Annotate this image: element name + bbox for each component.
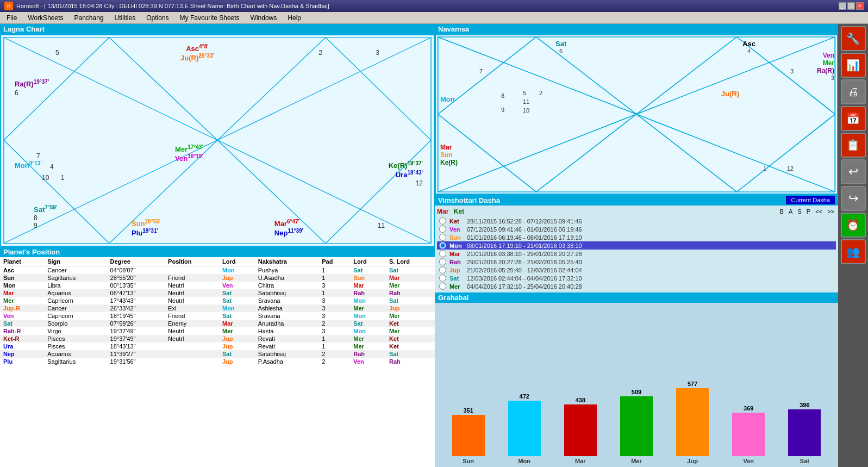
dasha-radio[interactable] (439, 275, 446, 282)
col-lord2: Lord (350, 257, 386, 266)
nav-left-bottom: Mar Sun Ke(R) (440, 144, 458, 166)
lagna-chart: Asc4°8' Ju(R)26°33' 2 3 Ke(R)19°37' Ura1… (0, 34, 435, 247)
menu-help[interactable]: Help (283, 13, 305, 23)
window-controls[interactable]: _ □ ✕ (839, 2, 864, 10)
planet-lord: Sat (219, 350, 255, 358)
menu-utilities[interactable]: Utilities (110, 13, 140, 23)
dasha-radio[interactable] (439, 266, 446, 273)
notes-button[interactable]: 📋 (841, 133, 866, 158)
planet-nakshatra: Sravana (255, 297, 319, 304)
print-button[interactable]: 🖨 (841, 79, 866, 104)
nav-asc: Asc 4 (742, 40, 755, 54)
dasha-radio[interactable] (439, 242, 446, 249)
dasha-nav-buttons[interactable]: B A S P << >> (778, 208, 836, 215)
nav-sat: Sat 6 (555, 40, 566, 54)
dasha-planet: Sun (449, 234, 467, 241)
svg-line-18 (636, 114, 835, 192)
svg-line-16 (636, 37, 835, 114)
dasha-radio[interactable] (439, 234, 446, 241)
house-num-1: 1 (61, 174, 65, 182)
dasha-radio[interactable] (439, 226, 446, 233)
dasha-row[interactable]: Rah 29/01/2016 20:27:28 - 21/02/2016 05:… (437, 258, 836, 266)
menu-panchang[interactable]: Panchang (70, 13, 108, 23)
close-button[interactable]: ✕ (856, 2, 864, 10)
dasha-row[interactable]: Ven 07/12/2015 09:41:46 - 01/01/2016 06:… (437, 225, 836, 233)
dasha-row[interactable]: Mar 21/01/2016 03:38:10 - 29/01/2016 20:… (437, 250, 836, 258)
forward-button[interactable]: ↪ (841, 186, 866, 211)
table-row: Sat Scorpio 07°59'26" Enemy Mar Anuradha… (0, 320, 435, 327)
menu-file[interactable]: File (2, 13, 21, 23)
planets-position-header: Planet's Position (0, 247, 435, 257)
planet-name: Rah-R (0, 327, 44, 335)
dasha-row[interactable]: Sat 12/03/2016 02:44:04 - 04/04/2016 17:… (437, 274, 836, 282)
svg-line-25 (536, 114, 637, 192)
planet-sign: Libra (44, 282, 107, 289)
planet-slord: Jup (386, 304, 435, 312)
settings-button[interactable]: 🔧 (841, 26, 866, 51)
menu-worksheets[interactable]: WorkSheets (23, 13, 67, 23)
planet-lord: Ven (219, 282, 255, 289)
planet-degree: 19°31'56" (107, 358, 165, 365)
calendar-button[interactable]: 📅 (841, 106, 866, 131)
dasha-planet: Mon (449, 242, 467, 249)
menu-windows[interactable]: Windows (246, 13, 282, 23)
chart-edit-button[interactable]: 📊 (841, 53, 866, 78)
lagna-chart-svg (1, 35, 434, 246)
dasha-row[interactable]: Mer 04/04/2016 17:32:10 - 25/04/2016 20:… (437, 282, 836, 290)
dasha-dates: 21/02/2016 05:25:40 - 12/03/2016 02:44:0… (467, 267, 582, 273)
menu-options[interactable]: Options (142, 13, 173, 23)
dasha-radio[interactable] (439, 258, 446, 265)
dasha-row[interactable]: Sun 01/01/2016 06:19:46 - 08/01/2016 17:… (437, 233, 836, 241)
planet-position: Neutrl (165, 297, 219, 304)
house-8-content: Sat7°59' 8 9 (34, 204, 57, 229)
planet-slord: Mer (386, 327, 435, 335)
dasha-nav-next[interactable]: >> (827, 208, 834, 215)
maximize-button[interactable]: □ (847, 2, 855, 10)
dasha-nav-b[interactable]: B (780, 208, 784, 215)
planet-pad: 1 (319, 266, 350, 274)
nav-nums-5-2: 5 11 10 (523, 90, 529, 114)
table-row: Sun Sagittarius 28°55'20" Friend Jup U.A… (0, 274, 435, 282)
clock-button[interactable]: ⏰ (841, 213, 866, 238)
planet-degree: 17°43'43" (107, 297, 165, 304)
planets-table-container[interactable]: Planet Sign Degree Position Lord Nakshat… (0, 257, 435, 468)
planet-lord: Mer (219, 327, 255, 335)
current-dasha-button[interactable]: Current Dasha (786, 196, 835, 204)
svg-line-24 (636, 37, 737, 114)
planet-lord2: Sat (350, 320, 386, 327)
planet-pad: 1 (319, 335, 350, 343)
window-title: Horosoft - [ 13/01/2015 18:04:28 City : … (16, 3, 329, 9)
bar-value: 396 (800, 402, 809, 408)
svg-line-23 (536, 37, 637, 114)
dasha-nav-s[interactable]: S (797, 208, 801, 215)
table-row: Jup-R Cancer 26°33'42" Exl Mon Ashlesha … (0, 304, 435, 312)
back-button[interactable]: ↩ (841, 159, 866, 184)
planet-degree: 28°55'20" (107, 274, 165, 282)
dasha-nav-a[interactable]: A (789, 208, 792, 215)
dasha-row[interactable]: Jup 21/02/2016 05:25:40 - 12/03/2016 02:… (437, 266, 836, 274)
dasha-nav-prev[interactable]: << (815, 208, 822, 215)
nav-num-7: 7 (479, 68, 483, 74)
table-row: Mar Aquarius 06°47'13" Neutrl Sat Satabh… (0, 289, 435, 297)
menu-favourite[interactable]: My Favourite Sheets (176, 13, 244, 23)
dasha-row[interactable]: Ket 28/11/2015 16:52:28 - 07/12/2015 09:… (437, 217, 836, 225)
table-row: Ura Pisces 18°43'13" Jup Revati 1 Mer Ke… (0, 343, 435, 350)
dasha-nav-p[interactable]: P (807, 208, 810, 215)
planet-pad: 3 (319, 312, 350, 320)
dasha-radio[interactable] (439, 283, 446, 290)
dasha-radio[interactable] (439, 250, 446, 257)
planets-title: Planet's Position (3, 248, 60, 256)
dasha-planet: Mar (449, 251, 467, 257)
planet-nakshatra: Revati (255, 335, 319, 343)
svg-line-2 (217, 38, 431, 140)
svg-line-17 (438, 114, 636, 192)
minimize-button[interactable]: _ (839, 2, 846, 10)
planet-sign: Capricorn (44, 297, 107, 304)
group-button[interactable]: 👥 (841, 239, 866, 264)
bar-group: 577 Jup (665, 381, 721, 464)
left-panel: Lagna Chart (0, 24, 435, 467)
planet-slord: Mer (386, 312, 435, 320)
dasha-row[interactable]: Mon 08/01/2016 17:19:10 - 21/01/2016 03:… (437, 241, 836, 250)
dasha-radio[interactable] (439, 217, 446, 225)
planet-degree: 00°13'35" (107, 282, 165, 289)
